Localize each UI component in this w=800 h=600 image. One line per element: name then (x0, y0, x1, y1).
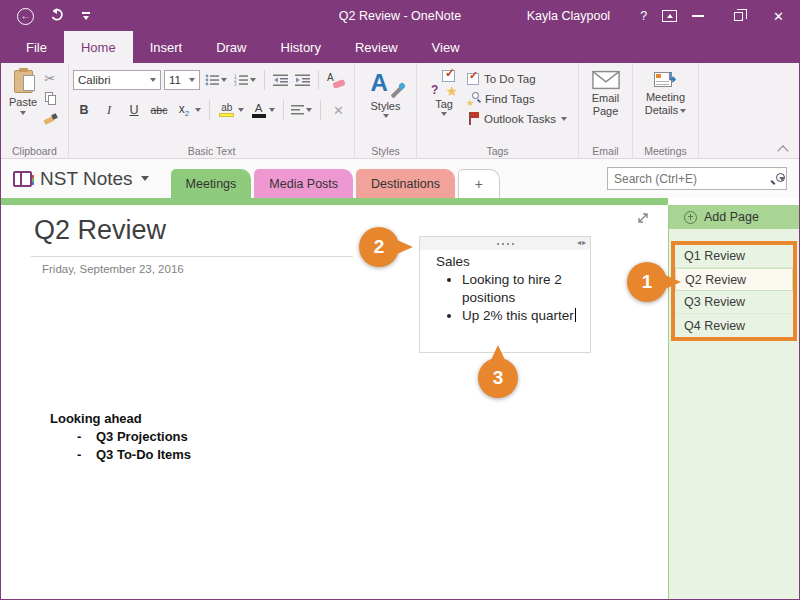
page-list-sidebar: Add Page Q1 Review Q2 Review Q3 Review Q… (668, 205, 799, 599)
chevron-down-icon (83, 16, 89, 20)
tab-draw[interactable]: Draw (199, 31, 263, 63)
notebook-bar: NST Notes Meetings Media Posts Destinati… (1, 159, 799, 198)
ribbon-group-styles: A Styles Styles (355, 63, 417, 158)
minimize-button[interactable] (692, 15, 704, 17)
subscript-button[interactable]: x2 (173, 101, 203, 119)
help-button[interactable]: ? (625, 1, 662, 31)
paragraph-alignment-button[interactable] (289, 104, 314, 116)
note-bullet-item[interactable]: Looking to hire 2 positions (462, 271, 582, 307)
styles-button[interactable]: A Styles (359, 68, 412, 118)
tab-review[interactable]: Review (338, 31, 415, 63)
underline-button[interactable]: U (123, 102, 145, 118)
delete-button[interactable]: ✕ (327, 102, 350, 119)
find-tags-button[interactable]: ★ Find Tags (467, 91, 567, 106)
section-tab-meetings[interactable]: Meetings (171, 169, 252, 198)
format-painter-button[interactable] (41, 110, 58, 126)
strikethrough-button[interactable]: abc (148, 103, 170, 117)
envelope-icon (592, 70, 620, 90)
ribbon-display-options-button[interactable] (662, 10, 677, 22)
callout-step-1: 1 (627, 262, 667, 302)
outline-item[interactable]: -Q3 Projections (77, 428, 191, 446)
add-section-button[interactable]: + (458, 169, 500, 198)
ribbon: Paste ✂ Clipboard Calibri 11 (1, 63, 799, 159)
section-tab-destinations[interactable]: Destinations (356, 169, 455, 198)
clipboard-icon (14, 70, 33, 93)
align-icon (291, 105, 304, 115)
font-name-value: Calibri (78, 74, 111, 86)
bold-button[interactable]: B (73, 102, 95, 118)
section-tab-media-posts[interactable]: Media Posts (254, 169, 353, 198)
undo-button[interactable] (50, 7, 66, 25)
page-list-item-q4-review[interactable]: Q4 Review (675, 314, 793, 337)
page-list-item-q2-review[interactable]: Q2 Review (675, 268, 793, 291)
onenote-window: ← Q2 Review - OneNote Kayla Claypool ? ✕… (0, 0, 800, 600)
page-title[interactable]: Q2 Review (34, 215, 166, 246)
page-canvas[interactable]: Q2 Review Friday, September 23, 2016 ◂▸ … (1, 205, 668, 599)
email-page-button[interactable]: Email Page (583, 68, 628, 118)
outline-text[interactable]: Looking ahead -Q3 Projections -Q3 To-Do … (50, 410, 191, 464)
chevron-down-icon (150, 78, 156, 82)
full-page-view-button[interactable] (636, 211, 650, 229)
tab-file[interactable]: File (9, 31, 64, 63)
chevron-down-icon (680, 109, 686, 113)
back-arrow-icon: ← (21, 11, 31, 21)
notebook-icon (13, 171, 32, 187)
add-page-button[interactable]: Add Page (669, 205, 799, 229)
highlight-icon: ab (218, 103, 236, 117)
note-text[interactable]: Sales Looking to hire 2 positions Up 2% … (420, 250, 590, 325)
search-input[interactable] (608, 172, 775, 186)
meeting-details-button[interactable]: ↳ Meeting Details (637, 68, 694, 117)
font-size-select[interactable]: 11 (164, 70, 200, 90)
chevron-down-icon (195, 108, 201, 112)
tab-view[interactable]: View (415, 31, 477, 63)
tab-insert[interactable]: Insert (133, 31, 200, 63)
tab-home[interactable]: Home (64, 31, 133, 63)
note-container-drag-handle[interactable]: ◂▸ (420, 237, 590, 250)
ribbon-tab-bar: File Home Insert Draw History Review Vie… (1, 31, 799, 63)
ribbon-group-meetings: ↳ Meeting Details Meetings (633, 63, 699, 158)
page-list-item-q1-review[interactable]: Q1 Review (675, 245, 793, 268)
highlight-button[interactable]: ab (216, 102, 246, 118)
increase-indent-button[interactable] (293, 73, 312, 87)
meetings-group-label: Meetings (633, 145, 698, 157)
notebook-dropdown[interactable]: NST Notes (13, 168, 149, 190)
account-name[interactable]: Kayla Claypool (512, 1, 625, 31)
callout-step-2: 2 (359, 227, 399, 267)
basic-text-group-label: Basic Text (69, 145, 354, 157)
copy-button[interactable] (41, 90, 58, 106)
paste-button[interactable]: Paste (9, 68, 37, 126)
outlook-tasks-button[interactable]: Outlook Tasks (467, 111, 567, 126)
back-button[interactable]: ← (17, 8, 34, 25)
note-bullet-item[interactable]: Up 2% this quarter (462, 307, 582, 325)
decrease-indent-icon (273, 74, 288, 86)
svg-text:3: 3 (234, 82, 237, 86)
numbered-list-icon: 123 (234, 74, 248, 86)
cut-button[interactable]: ✂ (41, 70, 58, 86)
page-list-item-q3-review[interactable]: Q3 Review (675, 291, 793, 314)
section-tabs: Meetings Media Posts Destinations + (171, 159, 500, 198)
numbering-button[interactable]: 123 (232, 73, 258, 87)
decrease-indent-button[interactable] (271, 73, 290, 87)
tag-label: Tag (435, 98, 453, 110)
restore-button[interactable] (734, 12, 743, 21)
italic-button[interactable]: I (98, 102, 120, 119)
note-container[interactable]: ◂▸ Sales Looking to hire 2 positions Up … (419, 236, 591, 353)
resize-arrows-icon[interactable]: ◂▸ (577, 238, 587, 247)
copy-icon (45, 92, 55, 104)
circle-plus-icon (684, 211, 697, 224)
annotation-highlight-box: Q1 Review Q2 Review Q3 Review Q4 Review (671, 241, 797, 341)
font-name-select[interactable]: Calibri (73, 70, 161, 90)
todo-tag-button[interactable]: To Do Tag (467, 71, 567, 86)
clear-formatting-button[interactable]: A (325, 71, 347, 89)
bullets-button[interactable] (203, 73, 229, 87)
tag-button[interactable]: ✓?★ Tag (421, 68, 467, 142)
customize-qat-button[interactable] (82, 12, 90, 20)
outline-heading[interactable]: Looking ahead (50, 410, 191, 428)
font-color-button[interactable]: A (249, 102, 277, 119)
close-button[interactable]: ✕ (758, 1, 799, 31)
tab-history[interactable]: History (264, 31, 338, 63)
delete-x-icon: ✕ (329, 103, 348, 118)
collapse-ribbon-button[interactable] (779, 144, 787, 152)
outline-item[interactable]: -Q3 To-Do Items (77, 446, 191, 464)
note-heading[interactable]: Sales (436, 253, 582, 271)
